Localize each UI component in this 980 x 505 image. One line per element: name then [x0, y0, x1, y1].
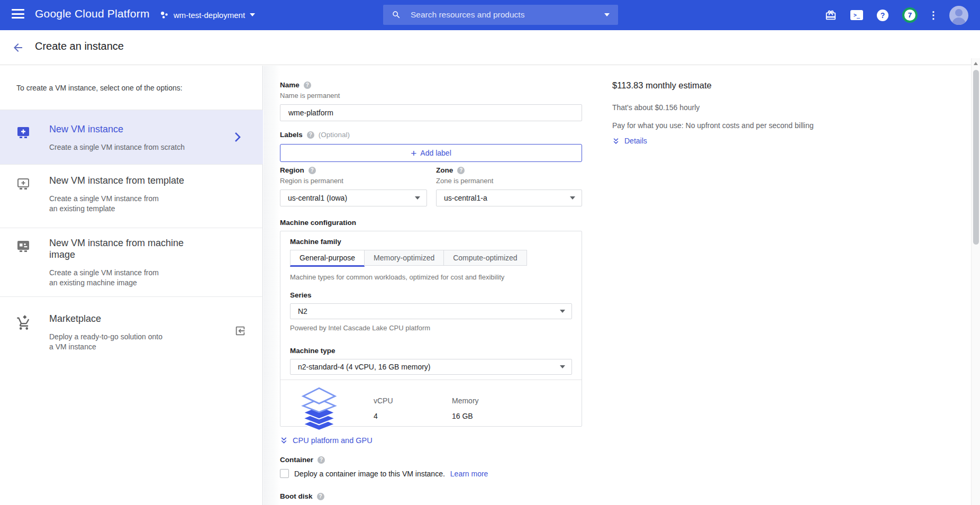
sidebar-item-subtitle: Create a single VM instance from scratch: [49, 142, 185, 152]
zone-label: Zone: [436, 166, 453, 174]
sidebar-item-title: Marketplace: [49, 313, 162, 325]
sidebar-shadow-gutter: [264, 66, 280, 505]
create-options-sidebar: To create a VM instance, select one of t…: [0, 66, 263, 505]
sidebar-item-new-vm-instance[interactable]: New VM instance Create a single VM insta…: [0, 110, 263, 164]
deploy-container-checkbox[interactable]: [280, 469, 289, 478]
chevron-right-icon: [232, 130, 243, 144]
avatar[interactable]: [949, 6, 968, 25]
sidebar-item-title: New VM instance from machine image: [49, 238, 184, 261]
search-options-caret-icon[interactable]: [604, 13, 610, 16]
vcpu-label: vCPU: [374, 396, 452, 405]
region-select[interactable]: us-central1 (Iowa): [280, 190, 427, 206]
page-header: Create an instance: [0, 30, 980, 65]
dropdown-caret-icon: [415, 196, 420, 200]
details-expander[interactable]: Details: [612, 137, 647, 145]
zone-hint: Zone is permanent: [436, 177, 582, 185]
add-label-button[interactable]: Add label: [280, 144, 582, 162]
series-hint: Powered by Intel Cascade Lake CPU platfo…: [290, 324, 572, 332]
labels-help-icon[interactable]: [307, 131, 314, 139]
help-icon[interactable]: ?: [877, 10, 888, 21]
machine-configuration-panel: Machine family General-purpose Memory-op…: [280, 231, 582, 427]
dropdown-caret-icon: [560, 310, 565, 313]
billing-note: Pay for what you use: No upfront costs a…: [612, 121, 814, 130]
cpu-platform-gpu-expander[interactable]: CPU platform and GPU: [280, 436, 582, 445]
marketplace-cart-icon: [16, 315, 31, 331]
machine-image-icon: [16, 239, 31, 253]
project-icon: [160, 11, 169, 20]
sidebar-item-new-vm-from-machine-image[interactable]: New VM instance from machine image Creat…: [0, 228, 263, 296]
project-selector[interactable]: wm-test-deployment: [160, 6, 255, 23]
cloud-shell-icon[interactable]: >_: [850, 10, 863, 20]
plus-icon: [411, 148, 416, 158]
tab-memory-optimized[interactable]: Memory-optimized: [364, 250, 444, 266]
sidebar-item-new-vm-from-template[interactable]: New VM instance from template Create a s…: [0, 164, 263, 228]
exit-to-app-icon: [234, 325, 246, 337]
back-arrow-icon[interactable]: [11, 40, 25, 55]
search-bar[interactable]: [383, 5, 618, 25]
brand-logo[interactable]: Google Cloud Platform: [35, 7, 150, 20]
tab-compute-optimized[interactable]: Compute-optimized: [443, 250, 527, 266]
zone-help-icon[interactable]: [457, 167, 465, 174]
name-hint: Name is permanent: [280, 92, 582, 100]
menu-icon[interactable]: [12, 9, 25, 21]
layer-stack-icon: [298, 386, 340, 430]
search-input[interactable]: [410, 10, 604, 20]
more-options-icon[interactable]: ⋮: [931, 14, 936, 17]
container-label: Container: [280, 456, 313, 464]
labels-label: Labels: [280, 131, 303, 139]
name-help-icon[interactable]: [304, 82, 311, 89]
sidebar-item-subtitle: Deploy a ready-to-go solution onto a VM …: [49, 332, 162, 352]
sidebar-item-title: New VM instance from template: [49, 175, 184, 187]
instance-name-input[interactable]: [280, 104, 582, 121]
double-chevron-down-icon: [612, 137, 620, 145]
series-label: Series: [290, 291, 572, 299]
hourly-estimate: That's about $0.156 hourly: [612, 103, 700, 112]
scroll-up-arrow[interactable]: [974, 62, 978, 65]
zone-select[interactable]: us-central1-a: [436, 190, 582, 206]
sidebar-intro-text: To create a VM instance, select one of t…: [16, 84, 183, 92]
vm-template-icon: [16, 177, 31, 191]
dropdown-caret-icon: [570, 196, 575, 200]
vm-instance-icon: [16, 125, 31, 139]
region-hint: Region is permanent: [280, 177, 427, 185]
series-select[interactable]: N2: [290, 303, 572, 319]
search-icon: [392, 10, 401, 20]
sidebar-item-subtitle: Create a single VM instance from an exis…: [49, 268, 184, 288]
machine-type-label: Machine type: [290, 347, 572, 355]
machine-family-description: Machine types for common workloads, opti…: [290, 273, 572, 281]
machine-configuration-heading: Machine configuration: [280, 219, 582, 227]
region-label: Region: [280, 166, 304, 174]
name-label: Name: [280, 81, 300, 89]
double-chevron-down-icon: [280, 436, 288, 445]
top-app-bar: Google Cloud Platform wm-test-deployment…: [0, 0, 980, 30]
container-help-icon[interactable]: [317, 456, 325, 464]
machine-family-tabs: General-purpose Memory-optimized Compute…: [290, 250, 572, 267]
container-text: Deploy a container image to this VM inst…: [294, 470, 445, 478]
memory-label: Memory: [452, 396, 530, 405]
vcpu-value: 4: [374, 412, 452, 420]
boot-disk-label: Boot disk: [280, 492, 313, 500]
sidebar-item-subtitle: Create a single VM instance from an exis…: [49, 194, 184, 214]
sidebar-item-title: New VM instance: [49, 124, 185, 136]
monthly-estimate: $113.83 monthly estimate: [612, 80, 712, 91]
tab-general-purpose[interactable]: General-purpose: [290, 250, 365, 267]
sidebar-item-marketplace[interactable]: Marketplace Deploy a ready-to-go solutio…: [0, 296, 263, 365]
project-name: wm-test-deployment: [174, 11, 245, 20]
notifications-badge[interactable]: 7: [902, 7, 918, 23]
machine-type-select[interactable]: n2-standard-4 (4 vCPU, 16 GB memory): [290, 359, 572, 375]
instance-form: Name Name is permanent Labels (Optional)…: [280, 66, 582, 505]
chevron-down-icon: [250, 13, 255, 16]
region-help-icon[interactable]: [308, 167, 316, 174]
vertical-scrollbar[interactable]: [971, 58, 980, 505]
scrollbar-thumb[interactable]: [973, 70, 979, 245]
memory-value: 16 GB: [452, 412, 530, 420]
learn-more-link[interactable]: Learn more: [450, 470, 488, 478]
dropdown-caret-icon: [560, 365, 565, 368]
boot-disk-help-icon[interactable]: [317, 493, 324, 500]
machine-family-label: Machine family: [290, 238, 572, 246]
gift-icon[interactable]: [825, 10, 837, 21]
labels-optional: (Optional): [319, 131, 350, 139]
page-title: Create an instance: [35, 40, 124, 52]
